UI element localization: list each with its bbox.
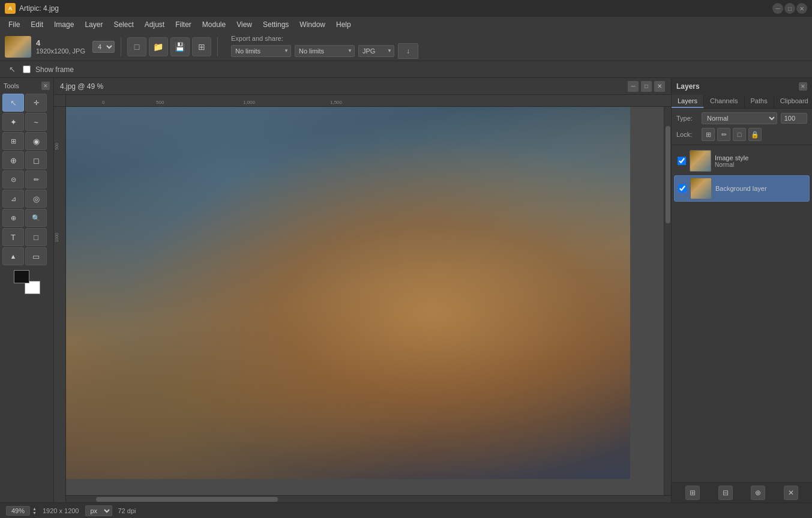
menu-view[interactable]: View [232, 19, 257, 31]
tab-paths[interactable]: Paths [745, 95, 774, 108]
color-pick-tool[interactable]: ◎ [25, 190, 47, 208]
tools-header: Tools ✕ [2, 80, 51, 92]
move-tool[interactable]: ✛ [25, 94, 47, 112]
foreground-color-swatch[interactable] [14, 270, 29, 283]
save-button[interactable]: 💾 [170, 37, 190, 56]
menu-layer[interactable]: Layer [80, 19, 107, 31]
menu-help[interactable]: Help [331, 19, 356, 31]
horizontal-scrollbar[interactable] [66, 495, 671, 502]
eraser-tool[interactable]: ◻ [25, 151, 47, 169]
move-tool-icon: ↖ [6, 64, 18, 76]
tools-close-button[interactable]: ✕ [41, 82, 50, 90]
duplicate-layer-button[interactable]: ⊟ [718, 486, 733, 500]
panel-footer: ⊞ ⊟ ⊕ ✕ [672, 482, 812, 502]
delete-layer-button[interactable]: ✕ [784, 486, 798, 500]
freehand-icon: ~ [34, 118, 38, 127]
menu-edit[interactable]: Edit [26, 19, 48, 31]
menu-settings[interactable]: Settings [258, 19, 293, 31]
export-quality-wrapper: No limits ▼ [295, 45, 355, 57]
layer-thumbnail-1 [690, 150, 711, 172]
tab-clipboard[interactable]: Clipboard [774, 95, 812, 108]
layer-visibility-checkbox-1[interactable] [678, 157, 686, 165]
lock-pixels-button[interactable]: ✏ [717, 128, 730, 141]
export-format-select[interactable]: JPG PNG TIFF [358, 45, 394, 57]
panel-close-button[interactable]: ✕ [799, 82, 807, 91]
add-group-button[interactable]: ⊞ [685, 486, 700, 500]
heal-tool[interactable]: ⊕ [2, 151, 24, 169]
tab-layers[interactable]: Layers [672, 95, 704, 108]
unit-select[interactable]: px cm in [85, 505, 112, 516]
new-icon: □ [134, 42, 139, 52]
menu-filter[interactable]: Filter [170, 19, 196, 31]
magic-select-tool[interactable]: ✦ [2, 113, 24, 131]
export-button[interactable]: ↓ [398, 43, 418, 59]
menu-image[interactable]: Image [49, 19, 79, 31]
transform-tool[interactable]: ⊿ [2, 190, 24, 208]
image-selector[interactable]: 4 [92, 41, 115, 53]
shape-tool[interactable]: □ [25, 228, 47, 246]
toolbar-separator-1 [121, 37, 121, 56]
ruler-vertical: 500 1000 [54, 107, 66, 502]
maximize-button[interactable]: □ [784, 3, 795, 14]
transform-icon: ⊿ [11, 195, 16, 203]
menu-module[interactable]: Module [197, 19, 230, 31]
image-canvas[interactable] [66, 107, 630, 479]
layer-item-background[interactable]: Background layer [674, 175, 810, 202]
menu-select[interactable]: Select [109, 19, 138, 31]
dropper-tool[interactable]: ◉ [25, 132, 47, 150]
canvas-minimize-button[interactable]: ─ [628, 81, 639, 92]
panel-tabs: Layers Channels Paths Clipboard [672, 95, 812, 109]
zoom-input[interactable] [6, 506, 30, 516]
zoom-down-arrow[interactable]: ▼ [32, 511, 37, 515]
clone-tool[interactable]: ⊝ [2, 170, 24, 188]
vertical-scrollbar[interactable] [664, 107, 671, 495]
menu-file[interactable]: File [4, 19, 25, 31]
crop-tool[interactable]: ⊞ [2, 132, 24, 150]
opacity-input[interactable] [781, 113, 807, 124]
menubar: File Edit Image Layer Select Adjust Filt… [0, 17, 812, 32]
zoom-up-arrow[interactable]: ▲ [32, 507, 37, 511]
close-button[interactable]: ✕ [796, 3, 807, 14]
ruler-label-1500: 1,500 [330, 100, 342, 105]
select-icon: ↖ [10, 98, 17, 107]
scroll-thumb-vertical[interactable] [666, 126, 670, 223]
canvas-controls: ─ □ ✕ [628, 81, 665, 92]
export-quality-select[interactable]: No limits [295, 45, 355, 57]
export-label: Export and share: [231, 35, 418, 42]
export-section: Export and share: No limits ▼ No limits … [231, 35, 418, 59]
show-frame-checkbox[interactable] [23, 65, 31, 73]
open-icon: 📁 [153, 42, 163, 52]
layer-visibility-checkbox-2[interactable] [678, 184, 687, 193]
minimize-button[interactable]: ─ [772, 3, 783, 14]
tab-channels[interactable]: Channels [704, 95, 744, 108]
layer-name-1: Image style [715, 154, 748, 161]
menu-adjust[interactable]: Adjust [140, 19, 169, 31]
pen-tool[interactable]: ✏ [25, 170, 47, 188]
move-icon: ✛ [34, 99, 39, 107]
lock-position-button[interactable]: ⊞ [702, 128, 715, 141]
canvas-maximize-button[interactable]: □ [641, 81, 652, 92]
layers-button[interactable]: ⊞ [192, 37, 211, 56]
select-arrow-tool[interactable]: ↖ [2, 94, 24, 112]
frame-tool[interactable]: ▭ [25, 247, 47, 265]
zoom-in-tool[interactable]: ⊕ [2, 209, 24, 227]
open-button[interactable]: 📁 [149, 37, 168, 56]
scroll-thumb-horizontal[interactable] [96, 497, 277, 502]
zoom-steppers[interactable]: ▲ ▼ [32, 507, 37, 515]
menu-window[interactable]: Window [295, 19, 330, 31]
lock-all-button[interactable]: 🔒 [748, 128, 762, 141]
new-image-button[interactable]: □ [127, 37, 146, 56]
export-size-select[interactable]: No limits [231, 45, 291, 57]
lock-transparency-button[interactable]: □ [733, 128, 746, 141]
blend-mode-select[interactable]: Normal Multiply Screen Overlay [702, 112, 777, 124]
layer-item-image-style[interactable]: Image style Normal [674, 148, 810, 174]
lock-row: Lock: ⊞ ✏ □ 🔒 [676, 128, 807, 141]
freehand-tool[interactable]: ~ [25, 113, 47, 131]
canvas-close-button[interactable]: ✕ [654, 81, 665, 92]
zoom-out-tool[interactable]: 🔍 [25, 209, 47, 227]
text-tool[interactable]: T [2, 228, 24, 246]
shape-icon: □ [34, 233, 38, 242]
eraser-icon: ◻ [33, 156, 40, 165]
gradient-tool[interactable]: ▲ [2, 247, 24, 265]
add-layer-button[interactable]: ⊕ [751, 486, 765, 500]
